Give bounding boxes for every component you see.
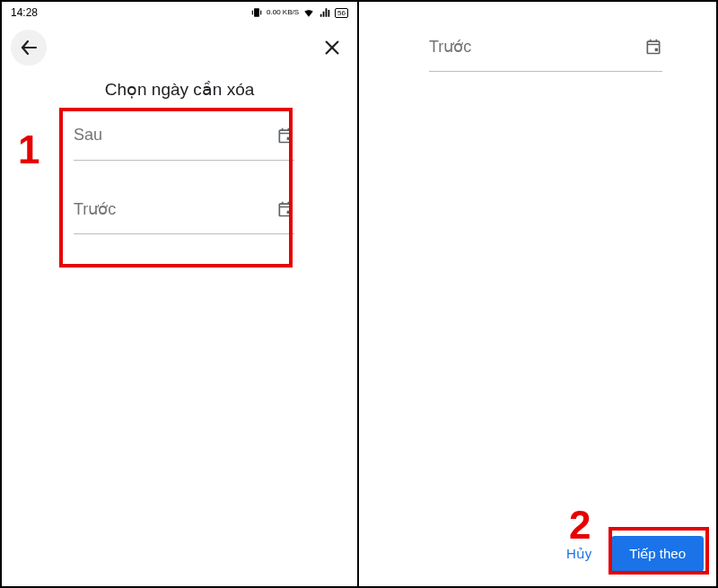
vibrate-icon (250, 6, 263, 19)
calendar-icon (276, 200, 294, 218)
svg-rect-6 (287, 136, 290, 139)
status-bar: 14:28 0.00 KB/S 56 (2, 2, 357, 23)
left-screenshot: 14:28 0.00 KB/S 56 (2, 2, 359, 586)
signal-icon (319, 6, 331, 19)
svg-rect-8 (655, 48, 658, 50)
annotation-1: 1 (18, 127, 39, 172)
annotation-2: 2 (569, 503, 591, 548)
close-button[interactable] (320, 35, 345, 60)
date-range-group: Sau Trước (36, 116, 323, 234)
after-date-label: Sau (74, 126, 102, 145)
status-icons: 0.00 KB/S 56 (250, 6, 348, 19)
svg-rect-2 (260, 11, 261, 15)
wifi-icon (302, 6, 315, 19)
before-date-field-right[interactable]: Trước (429, 27, 662, 72)
net-speed: 0.00 KB/S (267, 9, 299, 16)
right-screenshot: Trước Hủy Tiếp theo 2 (359, 2, 716, 586)
header-row (2, 23, 357, 66)
page-title: Chọn ngày cần xóa (2, 79, 357, 100)
svg-rect-0 (254, 8, 259, 16)
next-button[interactable]: Tiếp theo (611, 536, 704, 572)
arrow-left-icon (18, 37, 39, 58)
before-date-label: Trước (74, 199, 116, 219)
svg-rect-7 (287, 210, 290, 213)
battery-label: 56 (335, 8, 348, 18)
back-button[interactable] (11, 30, 47, 66)
calendar-icon (276, 127, 294, 145)
close-icon (322, 38, 342, 57)
before-date-label-right: Trước (429, 37, 471, 57)
svg-rect-1 (252, 11, 253, 15)
after-date-field[interactable]: Sau (74, 116, 294, 161)
before-date-field[interactable]: Trước (74, 189, 294, 234)
calendar-icon (644, 38, 662, 56)
status-time: 14:28 (11, 6, 38, 19)
